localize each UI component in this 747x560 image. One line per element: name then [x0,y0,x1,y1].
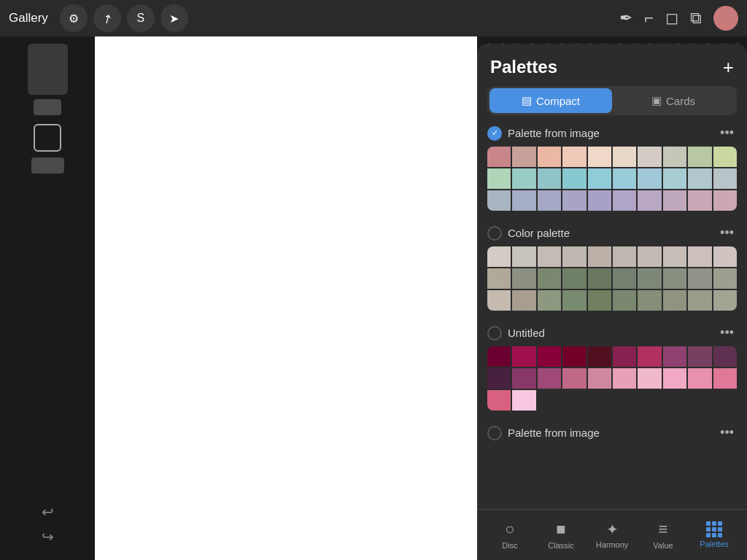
edit-button[interactable]: ↗ [93,4,121,32]
eraser-icon[interactable]: ◻ [665,9,678,28]
palette-more-color[interactable]: ••• [717,225,737,241]
swatch[interactable] [588,246,611,267]
swatch[interactable] [538,246,561,267]
swatch[interactable] [613,390,636,411]
swatch[interactable] [512,190,535,211]
swatch[interactable] [613,290,636,311]
swatch[interactable] [538,147,561,167]
swatch[interactable] [562,147,586,167]
smudge-button[interactable]: S [127,4,155,32]
swatch[interactable] [688,168,711,189]
swatch[interactable] [538,368,561,389]
swatch[interactable] [638,268,661,289]
swatch[interactable] [688,390,711,411]
swatch[interactable] [562,168,586,189]
swatch[interactable] [663,147,686,167]
user-avatar[interactable] [713,6,738,31]
swatch[interactable] [512,290,535,311]
swatch[interactable] [688,290,711,311]
nav-item-classic[interactable]: ■ Classic [535,520,587,550]
swatch[interactable] [713,168,737,189]
swatch[interactable] [487,147,511,167]
pointer-button[interactable]: ➤ [160,4,188,32]
swatch[interactable] [512,368,535,389]
drawing-canvas[interactable] [95,36,477,560]
swatch[interactable] [538,390,561,411]
add-palette-button[interactable]: + [723,58,734,77]
swatch[interactable] [512,390,535,411]
swatch[interactable] [538,190,561,211]
nav-item-value[interactable]: ≡ Value [638,520,689,550]
swatch[interactable] [512,147,535,167]
swatch[interactable] [638,368,661,389]
swatch[interactable] [512,168,535,189]
swatch[interactable] [613,368,636,389]
swatch[interactable] [663,346,686,367]
sidebar-small-control-1[interactable] [34,99,61,115]
swatch[interactable] [713,290,737,311]
wrench-button[interactable]: ⚙ [60,4,88,32]
swatch[interactable] [713,346,737,367]
swatch[interactable] [638,168,661,189]
swatch[interactable] [688,190,711,211]
swatch[interactable] [613,246,636,267]
palette-more-image[interactable]: ••• [717,125,737,141]
layers-icon[interactable]: ⧉ [690,9,702,28]
swatch[interactable] [638,246,661,267]
sidebar-square-control[interactable] [34,124,61,152]
swatch[interactable] [588,168,611,189]
swatch[interactable] [562,346,586,367]
swatch[interactable] [487,246,511,267]
swatches-grid-untitled[interactable] [487,346,737,411]
swatch[interactable] [538,290,561,311]
swatches-grid-image[interactable] [487,147,737,211]
swatch[interactable] [713,147,737,167]
swatch[interactable] [663,368,686,389]
redo-button[interactable]: ↪ [42,528,54,545]
tab-compact[interactable]: ▤ Compact [489,88,612,113]
swatch[interactable] [588,368,611,389]
swatch[interactable] [663,246,686,267]
gallery-button[interactable]: Gallery [9,11,48,26]
swatch[interactable] [713,246,737,267]
nav-item-palettes[interactable]: Palettes [689,521,740,548]
swatch[interactable] [487,346,511,367]
swatch[interactable] [638,346,661,367]
swatches-grid-color[interactable] [487,246,737,311]
palette-more-image-2[interactable]: ••• [717,425,737,440]
palette-check-color[interactable] [487,226,502,241]
swatch[interactable] [688,346,711,367]
swatch[interactable] [663,190,686,211]
swatch[interactable] [713,268,737,289]
swatch[interactable] [688,368,711,389]
swatch[interactable] [588,346,611,367]
pen-nib-icon[interactable]: ✒ [619,9,632,28]
layer-thumbnail[interactable] [28,44,68,95]
swatch[interactable] [588,290,611,311]
swatch[interactable] [688,246,711,267]
swatch[interactable] [688,268,711,289]
nav-item-harmony[interactable]: ✦ Harmony [587,521,638,549]
swatch[interactable] [538,346,561,367]
swatch[interactable] [487,390,511,411]
swatch[interactable] [613,147,636,167]
swatch[interactable] [613,268,636,289]
swatch[interactable] [638,190,661,211]
swatch[interactable] [688,147,711,167]
swatch[interactable] [588,147,611,167]
palette-check-image[interactable]: ✓ [487,126,502,141]
palette-more-untitled[interactable]: ••• [717,325,737,341]
swatch[interactable] [538,268,561,289]
swatch[interactable] [487,290,511,311]
swatch[interactable] [638,390,661,411]
swatch[interactable] [638,147,661,167]
swatch[interactable] [588,190,611,211]
swatch[interactable] [713,390,737,411]
swatch[interactable] [588,390,611,411]
swatch[interactable] [487,190,511,211]
swatch[interactable] [613,346,636,367]
palette-check-untitled[interactable] [487,326,502,341]
swatch[interactable] [613,190,636,211]
swatch[interactable] [512,346,535,367]
swatch[interactable] [562,290,586,311]
